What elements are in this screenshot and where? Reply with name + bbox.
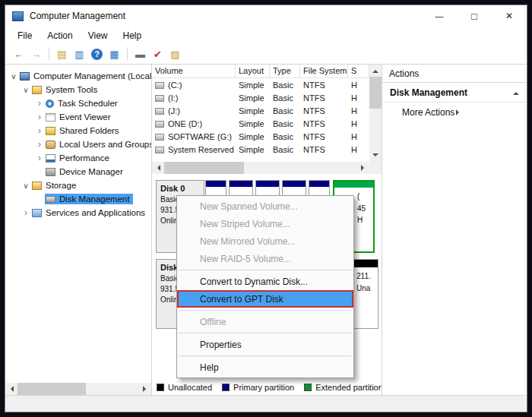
- tree-item-label: Event Viewer: [59, 112, 111, 122]
- collapse-icon[interactable]: [513, 89, 519, 95]
- chevron-right-icon[interactable]: ›: [34, 141, 45, 148]
- partition-size: 45: [357, 203, 372, 215]
- volume-name: SOFTWARE (G:): [168, 132, 232, 141]
- chevron-down-icon[interactable]: ∨: [21, 86, 31, 94]
- tree-item-device-manager[interactable]: Device Manager: [5, 165, 151, 178]
- menu-help[interactable]: Help: [116, 28, 150, 43]
- volume-table-header: Volume Layout Type File System S: [152, 65, 369, 78]
- chevron-right-icon[interactable]: ›: [34, 154, 45, 162]
- chevron-right-icon[interactable]: ›: [21, 209, 31, 216]
- volume-vertical-scrollbar[interactable]: [369, 65, 382, 162]
- services-icon: [32, 209, 42, 217]
- tree: ∨ Computer Management (Local) ∨ System T…: [5, 69, 151, 220]
- volume-layout: Simple: [236, 132, 270, 141]
- column-header-volume[interactable]: Volume: [152, 65, 236, 77]
- tree-item-local-users-groups[interactable]: › Local Users and Groups: [5, 137, 151, 151]
- table-row[interactable]: System Reserved Simple Basic NTFS H: [152, 143, 369, 156]
- properties-icon[interactable]: ▨: [166, 46, 184, 62]
- more-actions-item[interactable]: More Actions: [382, 103, 527, 122]
- menu-item-convert-to-gpt-disk[interactable]: Convert to GPT Disk: [177, 290, 353, 308]
- back-icon[interactable]: ←: [10, 46, 27, 62]
- scrollbar-thumb[interactable]: [164, 162, 244, 174]
- tree-item-task-scheduler[interactable]: › Task Scheduler: [5, 96, 151, 110]
- toolbar-separator: [49, 47, 49, 61]
- minimize-button[interactable]: —: [422, 5, 457, 27]
- table-row[interactable]: ONE (D:) Simple Basic NTFS H: [152, 117, 369, 130]
- screen-background: Computer Management — □ ✕ File Action Vi…: [0, 0, 532, 417]
- volume-status: H: [348, 106, 369, 115]
- menu-item-new-mirrored-volume[interactable]: New Mirrored Volume...: [177, 232, 353, 250]
- actions-group-disk-management[interactable]: Disk Management: [382, 83, 527, 103]
- volume-filesystem: NTFS: [300, 132, 348, 141]
- chevron-right-icon[interactable]: ›: [34, 127, 45, 134]
- tree-item-label: Task Scheduler: [58, 99, 118, 108]
- column-header-type[interactable]: Type: [270, 65, 300, 77]
- shared-folder-icon: [46, 127, 55, 135]
- table-row[interactable]: (C:) Simple Basic NTFS H: [152, 78, 369, 91]
- tree-item-system-tools[interactable]: ∨ System Tools: [5, 83, 151, 96]
- forward-icon[interactable]: →: [27, 46, 45, 62]
- device-icon: [46, 168, 55, 176]
- menu-item-offline[interactable]: Offline: [177, 313, 353, 330]
- menu-action[interactable]: Action: [40, 28, 80, 43]
- computer-icon: [20, 72, 30, 81]
- table-row[interactable]: (I:) Simple Basic NTFS H: [152, 91, 369, 104]
- menu-item-properties[interactable]: Properties: [177, 336, 353, 353]
- chevron-down-icon[interactable]: ∨: [8, 72, 19, 81]
- chevron-down-icon[interactable]: ∨: [21, 182, 31, 190]
- refresh-check-icon[interactable]: ✔: [149, 46, 166, 62]
- tree-item-shared-folders[interactable]: › Shared Folders: [5, 124, 151, 137]
- actions-pane: Actions Disk Management More Actions: [382, 65, 527, 395]
- console-tree-icon[interactable]: ▥: [71, 46, 88, 62]
- column-header-filesystem[interactable]: File System: [300, 65, 348, 77]
- tree-horizontal-scrollbar[interactable]: [5, 383, 151, 395]
- tree-item-services-applications[interactable]: › Services and Applications: [5, 206, 151, 220]
- menu-item-new-raid5-volume[interactable]: New RAID-5 Volume...: [177, 250, 353, 267]
- clock-icon: [46, 100, 54, 108]
- menu-item-convert-to-dynamic-disk[interactable]: Convert to Dynamic Disk...: [177, 273, 353, 290]
- menu-item-new-spanned-volume[interactable]: New Spanned Volume...: [177, 197, 353, 215]
- scroll-left-icon[interactable]: [152, 162, 164, 174]
- tree-item-storage[interactable]: ∨ Storage: [5, 178, 151, 192]
- export-list-icon[interactable]: ▤: [53, 46, 71, 62]
- volume-type: Basic: [270, 132, 300, 141]
- volume-icon: [155, 147, 164, 153]
- menu-item-help[interactable]: Help: [177, 359, 353, 376]
- tree-item-label: Storage: [46, 181, 76, 190]
- screen-icon[interactable]: ▬: [131, 46, 149, 62]
- scrollbar-thumb[interactable]: [17, 383, 86, 395]
- tree-item-computer-management[interactable]: ∨ Computer Management (Local): [5, 69, 151, 83]
- maximize-button[interactable]: □: [457, 5, 492, 27]
- disk-name: Disk 0: [160, 183, 200, 194]
- column-header-layout[interactable]: Layout: [236, 65, 270, 77]
- tree-item-disk-management[interactable]: Disk Management: [5, 192, 151, 206]
- tree-item-performance[interactable]: › Performance: [5, 151, 151, 165]
- close-button[interactable]: ✕: [492, 5, 527, 27]
- tree-item-label: Computer Management (Local): [33, 71, 152, 81]
- chevron-right-icon[interactable]: ›: [34, 100, 45, 107]
- action-pane-icon[interactable]: ▦: [106, 46, 123, 62]
- column-header-status[interactable]: S: [348, 65, 369, 77]
- scrollbar-corner: [369, 162, 382, 174]
- scrollbar-track[interactable]: [17, 383, 139, 395]
- scroll-up-icon[interactable]: [369, 65, 382, 77]
- scroll-right-icon[interactable]: [357, 162, 369, 174]
- volume-filesystem: NTFS: [300, 119, 348, 128]
- scrollbar-thumb[interactable]: [369, 77, 382, 109]
- volume-horizontal-scrollbar[interactable]: [152, 162, 369, 174]
- scroll-down-icon[interactable]: [369, 150, 382, 162]
- menu-item-new-striped-volume[interactable]: New Striped Volume...: [177, 215, 353, 232]
- tools-folder-icon: [32, 86, 42, 94]
- menu-file[interactable]: File: [10, 28, 40, 43]
- scrollbar-track[interactable]: [164, 162, 357, 174]
- tree-item-event-viewer[interactable]: › Event Viewer: [5, 110, 151, 124]
- help-icon[interactable]: ?: [88, 46, 106, 62]
- actions-header: Actions: [382, 65, 527, 83]
- scroll-right-icon[interactable]: [139, 383, 151, 395]
- scroll-left-icon[interactable]: [5, 383, 17, 395]
- chevron-right-icon[interactable]: ›: [34, 113, 45, 121]
- table-row[interactable]: SOFTWARE (G:) Simple Basic NTFS H: [152, 130, 369, 143]
- scrollbar-track[interactable]: [369, 77, 382, 150]
- table-row[interactable]: (J:) Simple Basic NTFS H: [152, 104, 369, 117]
- menu-view[interactable]: View: [81, 28, 116, 43]
